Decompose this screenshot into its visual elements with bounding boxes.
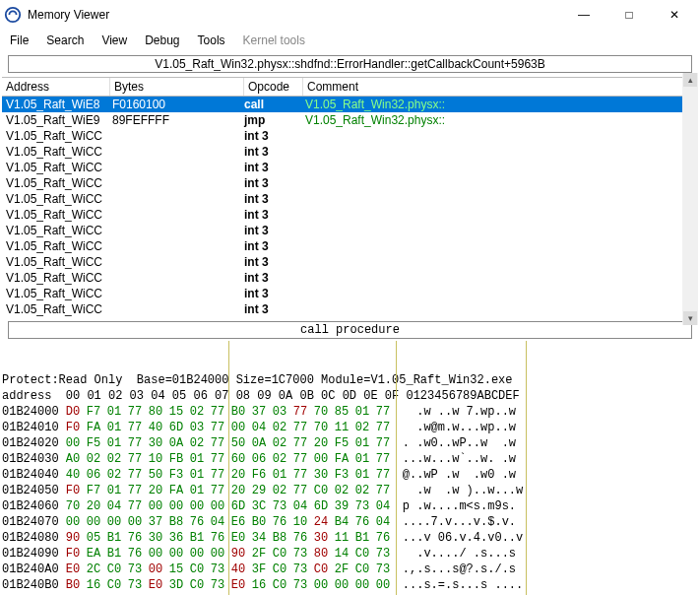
disasm-opcode: int 3: [244, 255, 305, 269]
disasm-address: V1.05_Raft_WiCC: [6, 176, 112, 190]
disasm-opcode: int 3: [244, 271, 305, 285]
disasm-bytes: [112, 176, 244, 190]
disasm-row[interactable]: V1.05_Raft_WiCCint 3: [2, 191, 698, 207]
disasm-comment: [305, 145, 694, 159]
disasm-opcode: int 3: [244, 161, 305, 174]
hex-row[interactable]: 01B24010 F0FA0177406D0377000402777011027…: [2, 420, 698, 435]
scroll-up-icon[interactable]: ▴: [683, 73, 697, 87]
disasm-bytes: [112, 302, 244, 316]
disasm-comment: [305, 255, 694, 269]
disasm-opcode: int 3: [244, 287, 305, 300]
disasm-address: V1.05_Raft_WiCC: [6, 161, 112, 174]
hex-row[interactable]: 01B240B0 B016C073E03DC073E016C0730000000…: [2, 577, 698, 593]
disasm-address: V1.05_Raft_WiCC: [6, 224, 112, 237]
disasm-address: V1.05_Raft_WiCC: [6, 129, 112, 143]
disasm-address: V1.05_Raft_WiCC: [6, 145, 112, 159]
menu-search[interactable]: Search: [46, 33, 84, 47]
disasm-opcode: int 3: [244, 239, 305, 253]
hex-row[interactable]: 01B24070 0000000037B87604E6B0761024B4760…: [2, 514, 698, 530]
disasm-opcode: int 3: [244, 129, 305, 143]
disasm-row[interactable]: V1.05_Raft_WiCCint 3: [2, 270, 698, 286]
header-opcode[interactable]: Opcode: [244, 78, 303, 96]
disasm-address: V1.05_Raft_WiCC: [6, 192, 112, 206]
disasm-comment: [305, 224, 694, 237]
disasm-row[interactable]: V1.05_Raft_WiCCint 3: [2, 254, 698, 270]
disasm-address: V1.05_Raft_WiCC: [6, 239, 112, 253]
hex-row[interactable]: 01B24030 A002027710FB01776006027700FA017…: [2, 451, 698, 467]
disasm-opcode: int 3: [244, 145, 305, 159]
hex-row[interactable]: 01B24090 F0EAB17600000000902FC0738014C07…: [2, 546, 698, 562]
header-address[interactable]: Address: [2, 78, 110, 96]
menu-debug[interactable]: Debug: [145, 33, 179, 47]
disasm-comment: V1.05_Raft_Win32.physx::: [305, 113, 694, 127]
call-procedure-bar[interactable]: call procedure: [8, 321, 692, 339]
disasm-address: V1.05_Raft_WiE8: [6, 98, 112, 111]
disasm-comment: [305, 192, 694, 206]
svg-point-0: [6, 8, 20, 22]
disasm-scrollbar[interactable]: ▴ ▾: [682, 73, 698, 325]
hex-view[interactable]: Protect:Read Only Base=01B24000 Size=1C7…: [2, 341, 698, 595]
titlebar: Memory Viewer — □ ✕: [0, 0, 700, 30]
hex-row[interactable]: 01B24040 4006027750F3017720F6017730F3017…: [2, 467, 698, 483]
menubar: File Search View Debug Tools Kernel tool…: [0, 30, 700, 53]
hex-row[interactable]: 01B24080 9005B1763036B176E034B8763011B17…: [2, 530, 698, 546]
disasm-bytes: [112, 239, 244, 253]
disasm-address: V1.05_Raft_WiCC: [6, 271, 112, 285]
hex-row[interactable]: 01B24020 00F50177300A0277500A027720F5017…: [2, 435, 698, 451]
menu-view[interactable]: View: [101, 33, 127, 47]
disasm-row[interactable]: V1.05_Raft_WiCCint 3: [2, 238, 698, 254]
hex-row[interactable]: 01B24050 F0F7017720FA017720290277C002027…: [2, 483, 698, 498]
hex-row[interactable]: 01B24060 70200477000000006D3C73046D39730…: [2, 498, 698, 514]
disasm-bytes: [112, 224, 244, 237]
menu-tools[interactable]: Tools: [198, 33, 225, 47]
menu-kernel-tools[interactable]: Kernel tools: [243, 33, 305, 47]
header-bytes[interactable]: Bytes: [110, 78, 244, 96]
hex-header: address 00 01 02 03 04 05 06 07 08 09 0A…: [2, 388, 698, 404]
maximize-button[interactable]: □: [607, 1, 651, 29]
disasm-row[interactable]: V1.05_Raft_WiE8F0160100callV1.05_Raft_Wi…: [2, 97, 698, 112]
header-comment[interactable]: Comment: [303, 78, 698, 96]
disasm-body[interactable]: V1.05_Raft_WiE8F0160100callV1.05_Raft_Wi…: [2, 97, 698, 317]
hex-info: Protect:Read Only Base=01B24000 Size=1C7…: [2, 372, 698, 388]
address-location[interactable]: V1.05_Raft_Win32.physx::shdfnd::ErrorHan…: [8, 55, 692, 73]
disasm-bytes: F0160100: [112, 98, 244, 111]
disasm-address: V1.05_Raft_WiCC: [6, 255, 112, 269]
disasm-opcode: int 3: [244, 176, 305, 190]
disasm-comment: [305, 287, 694, 300]
hex-row[interactable]: 01B240A0 E02CC0730015C073403FC073C02FC07…: [2, 562, 698, 577]
menu-file[interactable]: File: [10, 33, 29, 47]
disasm-comment: [305, 208, 694, 222]
disasm-opcode: int 3: [244, 192, 305, 206]
disasm-address: V1.05_Raft_WiCC: [6, 287, 112, 300]
disasm-row[interactable]: V1.05_Raft_WiCCint 3: [2, 301, 698, 317]
disasm-bytes: [112, 271, 244, 285]
disasm-opcode: int 3: [244, 224, 305, 237]
disasm-opcode: jmp: [244, 113, 305, 127]
disasm-row[interactable]: V1.05_Raft_WiE989FEFFFFjmpV1.05_Raft_Win…: [2, 112, 698, 128]
disasm-comment: [305, 176, 694, 190]
disasm-bytes: 89FEFFFF: [112, 113, 244, 127]
disasm-bytes: [112, 192, 244, 206]
disasm-row[interactable]: V1.05_Raft_WiCCint 3: [2, 128, 698, 144]
scroll-down-icon[interactable]: ▾: [683, 311, 697, 325]
hex-row[interactable]: 01B24000 D0F7017780150277B03703777085017…: [2, 404, 698, 420]
disasm-row[interactable]: V1.05_Raft_WiCCint 3: [2, 286, 698, 301]
disasm-row[interactable]: V1.05_Raft_WiCCint 3: [2, 207, 698, 223]
disasm-comment: [305, 271, 694, 285]
disasm-comment: [305, 161, 694, 174]
disasm-row[interactable]: V1.05_Raft_WiCCint 3: [2, 160, 698, 175]
disasm-row[interactable]: V1.05_Raft_WiCCint 3: [2, 144, 698, 160]
disasm-opcode: int 3: [244, 208, 305, 222]
disasm-bytes: [112, 255, 244, 269]
minimize-button[interactable]: —: [562, 1, 605, 29]
disasm-comment: [305, 302, 694, 316]
disasm-address: V1.05_Raft_WiCC: [6, 208, 112, 222]
disasm-row[interactable]: V1.05_Raft_WiCCint 3: [2, 175, 698, 191]
close-button[interactable]: ✕: [653, 1, 696, 29]
disasm-address: V1.05_Raft_WiCC: [6, 302, 112, 316]
disasm-row[interactable]: V1.05_Raft_WiCCint 3: [2, 223, 698, 238]
disasm-comment: [305, 239, 694, 253]
disasm-bytes: [112, 129, 244, 143]
disasm-bytes: [112, 161, 244, 174]
disasm-comment: [305, 129, 694, 143]
